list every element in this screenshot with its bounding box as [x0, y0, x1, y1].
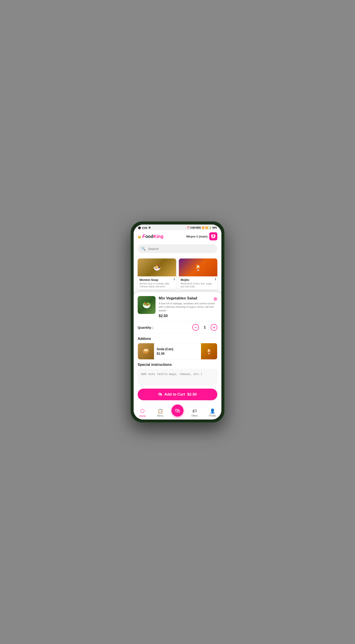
item-detail-modal: 🥗 Mix Vegetables Salad A bow full of cab… [134, 292, 221, 407]
food-card-mojito[interactable]: 🍹 Mojito ℹ Mixed drink of mint, lime, su… [179, 258, 217, 289]
mojito-name: Mojito [181, 278, 189, 282]
add-to-cart-button[interactable]: 🛍 Add to Cart $2.50 [138, 389, 217, 400]
addon-card-soda[interactable]: 🥪 Soda (Can) $1.50 🍹 [138, 343, 217, 360]
quantity-label: Quantity : [138, 326, 153, 330]
search-container: 🔍 [134, 242, 221, 256]
data-speed: 0.80 KB/S [190, 226, 201, 229]
svg-rect-2 [212, 238, 215, 238]
location-info: Mirpur-1 (main) [186, 232, 217, 240]
offers-label: Offers [191, 414, 198, 417]
profile-label: Profile [209, 414, 216, 417]
mojito-desc: Mixed drink of mint, lime, sugar, and cl… [181, 282, 216, 288]
settings-icon: ⚙ [148, 226, 151, 229]
nav-menu[interactable]: 📋 Menu [154, 408, 167, 417]
decrease-quantity-button[interactable]: − [192, 324, 199, 331]
app-header: 👑 FoodKing Mirpur-1 (main) [134, 230, 221, 242]
svg-point-1 [212, 235, 214, 237]
quantity-controls: − 1 + [192, 324, 217, 331]
battery-level: 56% [212, 226, 217, 229]
food-card-wonton[interactable]: 🍜 Wonton Soup ℹ Wonton soup is a simple,… [138, 258, 176, 289]
mojito-card-info: Mojito ℹ Mixed drink of mint, lime, suga… [179, 276, 217, 289]
status-bar: 2:03 ⚙ ⏰ 0.80 KB/S 📶 📶 🔋 56% [134, 224, 221, 230]
search-bar[interactable]: 🔍 [138, 244, 217, 253]
bottom-nav: ⬠ Home 📋 Menu 🛍 🏷 Offers 👤 Profile [134, 407, 221, 420]
quantity-row: Quantity : − 1 + [138, 321, 217, 334]
wonton-desc: Wonton soup is a simple, light, Chinese … [139, 282, 174, 288]
user-avatar[interactable] [209, 232, 217, 240]
addon-info: Soda (Can) $1.50 [154, 345, 201, 358]
menu-icon: 📋 [158, 408, 163, 414]
status-right: ⏰ 0.80 KB/S 📶 📶 🔋 56% [187, 226, 217, 229]
menu-label: Menu [157, 414, 164, 417]
wonton-info-btn[interactable]: ℹ [174, 277, 175, 281]
search-icon: 🔍 [141, 247, 146, 251]
status-left: 2:03 ⚙ [138, 226, 151, 229]
status-time: 2:03 [142, 226, 147, 229]
cart-icon: 🛍 [158, 392, 162, 397]
item-desc: A bow full of cabbage, tomatoes and carr… [159, 302, 217, 312]
camera-notch [138, 226, 141, 229]
home-icon: ⬠ [140, 408, 145, 414]
clock-icon: ⏰ [187, 226, 190, 229]
item-detail-header: 🥗 Mix Vegetables Salad A bow full of cab… [138, 296, 217, 318]
app-logo: 👑 FoodKing [138, 234, 163, 239]
item-name: Mix Vegetables Salad [159, 296, 217, 300]
wonton-soup-image: 🍜 [138, 258, 176, 276]
add-to-cart-label: Add to Cart [164, 392, 185, 397]
close-modal-button[interactable]: ⊗ [213, 296, 217, 302]
item-info: Mix Vegetables Salad A bow full of cabba… [159, 296, 217, 318]
offers-icon: 🏷 [192, 408, 197, 414]
phone-screen: 2:03 ⚙ ⏰ 0.80 KB/S 📶 📶 🔋 56% 👑 FoodKing [134, 224, 221, 420]
addon-name: Soda (Can) [157, 347, 198, 351]
addon-price: $1.50 [157, 352, 198, 355]
home-label: Home [139, 414, 146, 417]
nav-offers[interactable]: 🏷 Offers [188, 408, 201, 417]
quantity-value: 1 [203, 325, 207, 330]
special-instructions-section: Special instructions [138, 363, 217, 386]
addons-title: Addons [138, 337, 217, 341]
location-text: Mirpur-1 (main) [186, 235, 207, 238]
profile-icon: 👤 [210, 408, 215, 414]
wifi-icon: 📶 [202, 226, 204, 229]
item-price: $2.50 [159, 314, 217, 318]
addon-right-image: 🍹 [201, 343, 217, 359]
nav-profile[interactable]: 👤 Profile [206, 408, 219, 417]
nav-home[interactable]: ⬠ Home [136, 408, 149, 417]
signal-icon: 📶 [205, 226, 208, 229]
mojito-info-btn[interactable]: ℹ [215, 277, 216, 281]
addon-left-image: 🥪 [138, 343, 154, 359]
battery-icon: 🔋 [209, 226, 211, 229]
wonton-name: Wonton Soup [139, 278, 158, 282]
wonton-card-info: Wonton Soup ℹ Wonton soup is a simple, l… [138, 276, 176, 289]
note-input[interactable] [138, 369, 217, 384]
addons-section: Addons 🥪 Soda (Can) $1.50 🍹 [138, 337, 217, 360]
cart-center-icon: 🛍 [175, 408, 180, 414]
mojito-image: 🍹 [179, 258, 217, 276]
increase-quantity-button[interactable]: + [211, 324, 217, 331]
add-to-cart-price: $2.50 [187, 392, 197, 397]
nav-cart-button[interactable]: 🛍 [171, 404, 184, 416]
phone-frame: 2:03 ⚙ ⏰ 0.80 KB/S 📶 📶 🔋 56% 👑 FoodKing [131, 222, 224, 422]
item-image: 🥗 [138, 296, 156, 314]
search-input[interactable] [148, 247, 214, 251]
food-cards-row: 🍜 Wonton Soup ℹ Wonton soup is a simple,… [134, 256, 221, 292]
special-instructions-title: Special instructions [138, 363, 217, 367]
scroll-content[interactable]: 🍜 Wonton Soup ℹ Wonton soup is a simple,… [134, 256, 221, 407]
logo-container: 👑 FoodKing [138, 234, 163, 239]
